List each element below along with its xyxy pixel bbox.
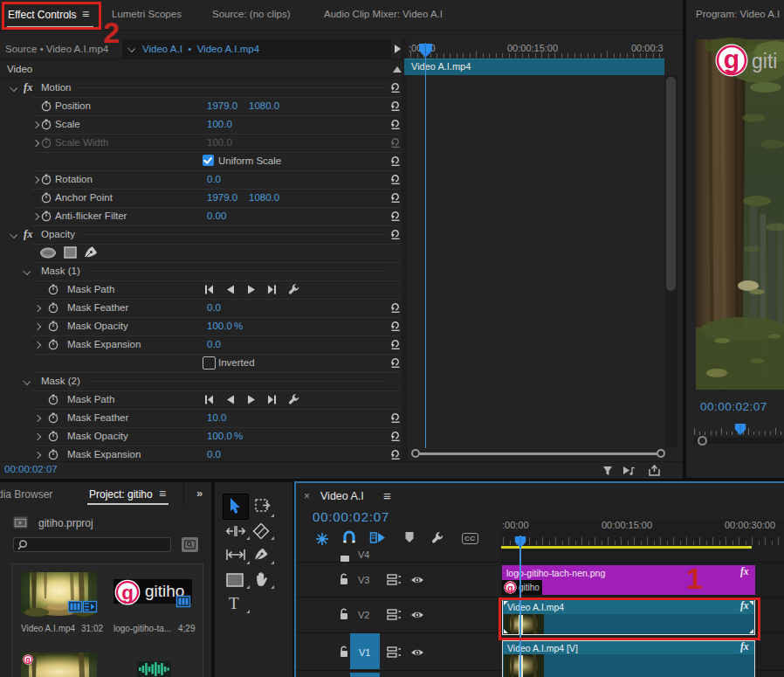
svg-text:giti: giti xyxy=(752,50,777,73)
svg-text:g: g xyxy=(507,583,513,593)
svg-text:g: g xyxy=(25,655,31,664)
svg-text:g: g xyxy=(724,45,739,73)
svg-text:g: g xyxy=(121,582,134,604)
